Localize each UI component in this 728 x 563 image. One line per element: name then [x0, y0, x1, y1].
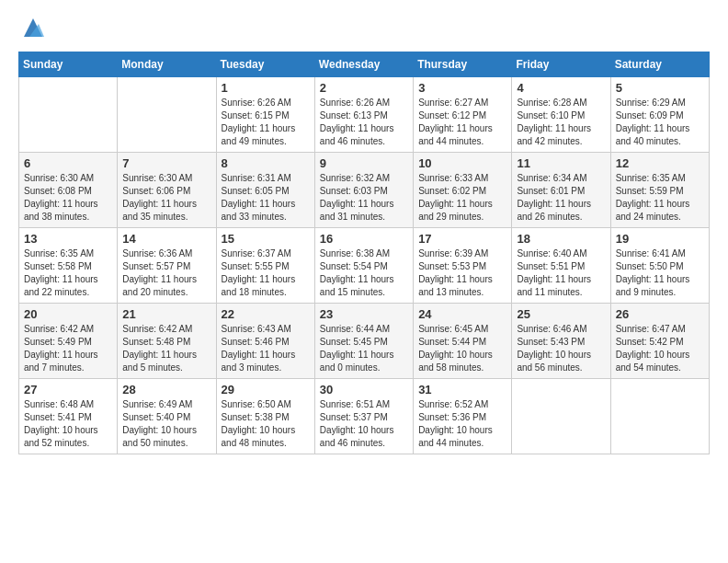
calendar-cell: 31Sunrise: 6:52 AMSunset: 5:36 PMDayligh… — [414, 379, 512, 454]
calendar-cell: 27Sunrise: 6:48 AMSunset: 5:41 PMDayligh… — [19, 379, 118, 454]
calendar-cell: 28Sunrise: 6:49 AMSunset: 5:40 PMDayligh… — [118, 379, 216, 454]
day-number: 12 — [616, 156, 704, 170]
weekday-header: Thursday — [414, 52, 512, 77]
day-number: 2 — [320, 81, 408, 95]
day-info: Sunrise: 6:35 AMSunset: 5:58 PMDaylight:… — [24, 247, 112, 299]
day-number: 27 — [24, 383, 112, 396]
calendar-cell: 25Sunrise: 6:46 AMSunset: 5:43 PMDayligh… — [512, 304, 610, 379]
calendar-cell: 2Sunrise: 6:26 AMSunset: 6:13 PMDaylight… — [314, 77, 413, 153]
day-info: Sunrise: 6:46 AMSunset: 5:43 PMDaylight:… — [517, 323, 605, 374]
calendar-week-row: 1Sunrise: 6:26 AMSunset: 6:15 PMDaylight… — [19, 77, 710, 153]
calendar-cell: 23Sunrise: 6:44 AMSunset: 5:45 PMDayligh… — [314, 304, 413, 379]
calendar-cell: 9Sunrise: 6:32 AMSunset: 6:03 PMDaylight… — [314, 153, 413, 228]
calendar-cell: 21Sunrise: 6:42 AMSunset: 5:48 PMDayligh… — [118, 304, 216, 379]
weekday-header: Tuesday — [216, 52, 314, 77]
day-info: Sunrise: 6:44 AMSunset: 5:45 PMDaylight:… — [320, 323, 408, 374]
day-number: 23 — [320, 307, 408, 321]
day-info: Sunrise: 6:42 AMSunset: 5:48 PMDaylight:… — [122, 323, 210, 374]
calendar-cell: 12Sunrise: 6:35 AMSunset: 5:59 PMDayligh… — [610, 153, 709, 228]
calendar-cell: 19Sunrise: 6:41 AMSunset: 5:50 PMDayligh… — [610, 228, 709, 304]
day-info: Sunrise: 6:48 AMSunset: 5:41 PMDaylight:… — [24, 398, 112, 450]
day-number: 16 — [320, 232, 408, 246]
header — [18, 15, 710, 40]
day-number: 13 — [24, 232, 112, 246]
calendar-cell: 10Sunrise: 6:33 AMSunset: 6:02 PMDayligh… — [414, 153, 512, 228]
calendar: SundayMondayTuesdayWednesdayThursdayFrid… — [18, 52, 710, 454]
day-number: 7 — [122, 156, 210, 170]
day-info: Sunrise: 6:47 AMSunset: 5:42 PMDaylight:… — [616, 323, 704, 374]
weekday-header: Monday — [118, 52, 216, 77]
day-number: 22 — [222, 307, 310, 321]
day-info: Sunrise: 6:41 AMSunset: 5:50 PMDaylight:… — [616, 247, 704, 299]
day-number: 31 — [418, 383, 506, 396]
calendar-cell: 13Sunrise: 6:35 AMSunset: 5:58 PMDayligh… — [19, 228, 118, 304]
day-info: Sunrise: 6:26 AMSunset: 6:13 PMDaylight:… — [320, 97, 408, 148]
day-number: 8 — [222, 156, 310, 170]
day-number: 26 — [616, 307, 704, 321]
calendar-cell: 17Sunrise: 6:39 AMSunset: 5:53 PMDayligh… — [414, 228, 512, 304]
day-info: Sunrise: 6:45 AMSunset: 5:44 PMDaylight:… — [418, 323, 506, 374]
day-info: Sunrise: 6:31 AMSunset: 6:05 PMDaylight:… — [222, 172, 310, 224]
weekday-header: Sunday — [19, 52, 118, 77]
day-number: 9 — [320, 156, 408, 170]
day-info: Sunrise: 6:39 AMSunset: 5:53 PMDaylight:… — [418, 247, 506, 299]
day-info: Sunrise: 6:42 AMSunset: 5:49 PMDaylight:… — [24, 323, 112, 374]
day-info: Sunrise: 6:51 AMSunset: 5:37 PMDaylight:… — [320, 398, 408, 450]
weekday-header: Saturday — [610, 52, 709, 77]
calendar-cell: 5Sunrise: 6:29 AMSunset: 6:09 PMDaylight… — [610, 77, 709, 153]
calendar-cell: 4Sunrise: 6:28 AMSunset: 6:10 PMDaylight… — [512, 77, 610, 153]
day-number: 25 — [517, 307, 605, 321]
day-info: Sunrise: 6:27 AMSunset: 6:12 PMDaylight:… — [418, 97, 506, 148]
day-info: Sunrise: 6:35 AMSunset: 5:59 PMDaylight:… — [616, 172, 704, 224]
logo — [18, 15, 46, 40]
day-number: 6 — [24, 156, 112, 170]
day-number: 30 — [320, 383, 408, 396]
day-info: Sunrise: 6:34 AMSunset: 6:01 PMDaylight:… — [517, 172, 605, 224]
day-number: 5 — [616, 81, 704, 95]
page: SundayMondayTuesdayWednesdayThursdayFrid… — [0, 0, 728, 563]
day-info: Sunrise: 6:40 AMSunset: 5:51 PMDaylight:… — [517, 247, 605, 299]
day-info: Sunrise: 6:49 AMSunset: 5:40 PMDaylight:… — [122, 398, 210, 450]
day-info: Sunrise: 6:26 AMSunset: 6:15 PMDaylight:… — [222, 97, 310, 148]
day-info: Sunrise: 6:28 AMSunset: 6:10 PMDaylight:… — [517, 97, 605, 148]
calendar-cell: 8Sunrise: 6:31 AMSunset: 6:05 PMDaylight… — [216, 153, 314, 228]
calendar-cell: 15Sunrise: 6:37 AMSunset: 5:55 PMDayligh… — [216, 228, 314, 304]
calendar-cell: 11Sunrise: 6:34 AMSunset: 6:01 PMDayligh… — [512, 153, 610, 228]
calendar-cell: 6Sunrise: 6:30 AMSunset: 6:08 PMDaylight… — [19, 153, 118, 228]
calendar-cell — [19, 77, 118, 153]
day-info: Sunrise: 6:32 AMSunset: 6:03 PMDaylight:… — [320, 172, 408, 224]
calendar-cell — [512, 379, 610, 454]
calendar-cell: 18Sunrise: 6:40 AMSunset: 5:51 PMDayligh… — [512, 228, 610, 304]
day-number: 10 — [418, 156, 506, 170]
calendar-cell: 22Sunrise: 6:43 AMSunset: 5:46 PMDayligh… — [216, 304, 314, 379]
calendar-week-row: 20Sunrise: 6:42 AMSunset: 5:49 PMDayligh… — [19, 304, 710, 379]
day-number: 4 — [517, 81, 605, 95]
calendar-cell: 26Sunrise: 6:47 AMSunset: 5:42 PMDayligh… — [610, 304, 709, 379]
calendar-cell: 14Sunrise: 6:36 AMSunset: 5:57 PMDayligh… — [118, 228, 216, 304]
calendar-cell: 20Sunrise: 6:42 AMSunset: 5:49 PMDayligh… — [19, 304, 118, 379]
calendar-cell: 3Sunrise: 6:27 AMSunset: 6:12 PMDaylight… — [414, 77, 512, 153]
logo-icon — [20, 15, 46, 40]
day-number: 17 — [418, 232, 506, 246]
day-number: 21 — [122, 307, 210, 321]
day-number: 24 — [418, 307, 506, 321]
day-number: 3 — [418, 81, 506, 95]
calendar-cell: 7Sunrise: 6:30 AMSunset: 6:06 PMDaylight… — [118, 153, 216, 228]
day-number: 20 — [24, 307, 112, 321]
calendar-cell: 16Sunrise: 6:38 AMSunset: 5:54 PMDayligh… — [314, 228, 413, 304]
day-info: Sunrise: 6:43 AMSunset: 5:46 PMDaylight:… — [222, 323, 310, 374]
calendar-cell: 29Sunrise: 6:50 AMSunset: 5:38 PMDayligh… — [216, 379, 314, 454]
day-number: 28 — [122, 383, 210, 396]
day-number: 1 — [222, 81, 310, 95]
day-number: 29 — [222, 383, 310, 396]
day-info: Sunrise: 6:30 AMSunset: 6:06 PMDaylight:… — [122, 172, 210, 224]
day-info: Sunrise: 6:52 AMSunset: 5:36 PMDaylight:… — [418, 398, 506, 450]
calendar-cell: 30Sunrise: 6:51 AMSunset: 5:37 PMDayligh… — [314, 379, 413, 454]
day-number: 11 — [517, 156, 605, 170]
weekday-header: Wednesday — [314, 52, 413, 77]
calendar-cell: 24Sunrise: 6:45 AMSunset: 5:44 PMDayligh… — [414, 304, 512, 379]
calendar-cell: 1Sunrise: 6:26 AMSunset: 6:15 PMDaylight… — [216, 77, 314, 153]
day-info: Sunrise: 6:37 AMSunset: 5:55 PMDaylight:… — [222, 247, 310, 299]
weekday-header-row: SundayMondayTuesdayWednesdayThursdayFrid… — [19, 52, 710, 77]
day-number: 18 — [517, 232, 605, 246]
